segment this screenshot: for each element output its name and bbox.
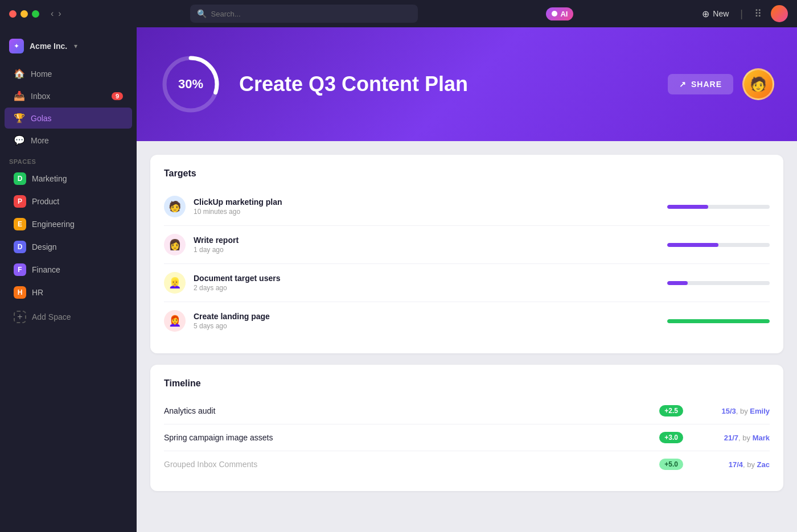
target-time-4: 5 days ago: [194, 322, 659, 330]
home-icon: 🏠: [14, 68, 25, 79]
timeline-item-1: Analytics audit +2.5 15/3, by Emily: [164, 398, 770, 424]
titlebar-right: ⊕ New | ⠿: [702, 5, 788, 22]
sidebar: ✦ Acme Inc. ▾ 🏠 Home 📥 Inbox 9 🏆 Golas 💬…: [0, 27, 137, 532]
progress-circle: 30%: [159, 53, 222, 116]
goals-label: Golas: [31, 114, 52, 123]
target-item-4: 👩‍🦰 Create landing page 5 days ago: [164, 302, 770, 340]
timeline-date-3: 17/4: [729, 460, 743, 469]
finance-label: Finance: [32, 265, 60, 274]
inbox-icon: 📥: [14, 90, 25, 101]
ai-button[interactable]: AI: [546, 7, 573, 20]
grid-icon[interactable]: ⠿: [754, 7, 762, 20]
targets-title: Targets: [164, 168, 770, 179]
sidebar-item-goals[interactable]: 🏆 Golas: [5, 108, 132, 129]
share-icon: ↗: [679, 80, 687, 89]
space-hr[interactable]: H HR: [5, 282, 132, 303]
inbox-label: Inbox: [31, 92, 50, 101]
timeline-meta-1: 15/3, by Emily: [690, 407, 770, 415]
search-bar[interactable]: 🔍 Search...: [190, 5, 418, 23]
product-badge: P: [14, 195, 26, 208]
share-label: SHARE: [691, 80, 722, 89]
timeline-badge-1: +2.5: [659, 405, 683, 416]
close-dot[interactable]: [9, 10, 17, 18]
timeline-date-2: 21/7: [724, 434, 738, 442]
workspace-icon: ✦: [9, 39, 24, 53]
target-fill-4: [667, 319, 770, 323]
space-marketing[interactable]: D Marketing: [5, 168, 132, 189]
more-icon: 💬: [14, 135, 25, 146]
target-progress-3: [667, 281, 770, 285]
content-area: Targets 🧑 ClickUp marketing plan 10 minu…: [137, 141, 797, 532]
finance-badge: F: [14, 263, 26, 276]
home-label: Home: [31, 69, 52, 79]
workspace-header[interactable]: ✦ Acme Inc. ▾: [0, 34, 137, 58]
target-fill-1: [667, 205, 708, 209]
add-space-icon: +: [14, 311, 26, 323]
timeline-item-2: Spring campaign image assets +3.0 21/7, …: [164, 424, 770, 451]
target-time-3: 2 days ago: [194, 284, 659, 292]
hero-avatar-emoji: 🧑: [750, 76, 767, 92]
timeline-card: Timeline Analytics audit +2.5 15/3, by E…: [150, 365, 783, 491]
design-label: Design: [32, 242, 57, 251]
window-controls: [9, 10, 39, 18]
search-icon: 🔍: [197, 9, 207, 18]
target-avatar-1: 🧑: [164, 196, 186, 217]
hero-banner: 30% Create Q3 Content Plan ↗ SHARE 🧑: [137, 27, 797, 141]
hr-badge: H: [14, 286, 26, 299]
target-info-2: Write report 1 day ago: [194, 236, 659, 254]
user-avatar[interactable]: [771, 5, 788, 22]
target-fill-2: [667, 243, 718, 247]
search-placeholder: Search...: [211, 10, 241, 18]
target-progress-4: [667, 319, 770, 323]
space-design[interactable]: D Design: [5, 236, 132, 258]
target-fill-3: [667, 281, 688, 285]
forward-button[interactable]: ›: [58, 9, 61, 19]
timeline-meta-2: 21/7, by Mark: [690, 434, 770, 442]
add-space-button[interactable]: + Add Space: [5, 306, 132, 328]
space-engineering[interactable]: E Engineering: [5, 213, 132, 235]
target-time-1: 10 minutes ago: [194, 208, 659, 216]
target-avatar-2: 👩: [164, 234, 186, 255]
maximize-dot[interactable]: [32, 10, 39, 18]
target-name-3: Document target users: [194, 274, 659, 283]
target-info-1: ClickUp marketing plan 10 minutes ago: [194, 197, 659, 216]
target-item-2: 👩 Write report 1 day ago: [164, 226, 770, 264]
nav-arrows: ‹ ›: [51, 9, 61, 19]
goals-icon: 🏆: [14, 113, 25, 123]
new-button[interactable]: ⊕ New: [702, 9, 729, 19]
space-product[interactable]: P Product: [5, 191, 132, 212]
back-button[interactable]: ‹: [51, 9, 54, 19]
timeline-title: Timeline: [164, 378, 770, 389]
hr-label: HR: [32, 288, 43, 297]
target-avatar-4: 👩‍🦰: [164, 310, 186, 332]
progress-percent: 30%: [178, 77, 203, 92]
target-time-2: 1 day ago: [194, 246, 659, 254]
titlebar: ‹ › 🔍 Search... AI ⊕ New | ⠿: [0, 0, 797, 27]
ai-dot: [552, 11, 557, 17]
sidebar-item-inbox[interactable]: 📥 Inbox 9: [5, 85, 132, 106]
more-label: More: [31, 136, 49, 145]
target-name-1: ClickUp marketing plan: [194, 197, 659, 207]
plus-icon: ⊕: [702, 9, 709, 19]
timeline-person-2: Mark: [753, 434, 770, 442]
add-space-label: Add Space: [32, 312, 71, 321]
sidebar-item-more[interactable]: 💬 More: [5, 130, 132, 151]
timeline-name-1: Analytics audit: [164, 406, 652, 415]
target-name-2: Write report: [194, 236, 659, 245]
space-finance[interactable]: F Finance: [5, 259, 132, 281]
main-content: 30% Create Q3 Content Plan ↗ SHARE 🧑 Tar…: [137, 27, 797, 532]
marketing-badge: D: [14, 172, 26, 185]
ai-label: AI: [560, 10, 568, 18]
timeline-badge-3: +5.0: [659, 459, 683, 470]
main-layout: ✦ Acme Inc. ▾ 🏠 Home 📥 Inbox 9 🏆 Golas 💬…: [0, 27, 797, 532]
product-label: Product: [32, 197, 59, 206]
sidebar-item-home[interactable]: 🏠 Home: [5, 63, 132, 84]
marketing-label: Marketing: [32, 174, 67, 183]
share-button[interactable]: ↗ SHARE: [668, 74, 733, 94]
target-item-1: 🧑 ClickUp marketing plan 10 minutes ago: [164, 188, 770, 226]
target-progress-2: [667, 243, 770, 247]
minimize-dot[interactable]: [20, 10, 28, 18]
target-item-3: 👱‍♀️ Document target users 2 days ago: [164, 264, 770, 302]
target-name-4: Create landing page: [194, 312, 659, 321]
hero-user-avatar[interactable]: 🧑: [742, 68, 774, 100]
